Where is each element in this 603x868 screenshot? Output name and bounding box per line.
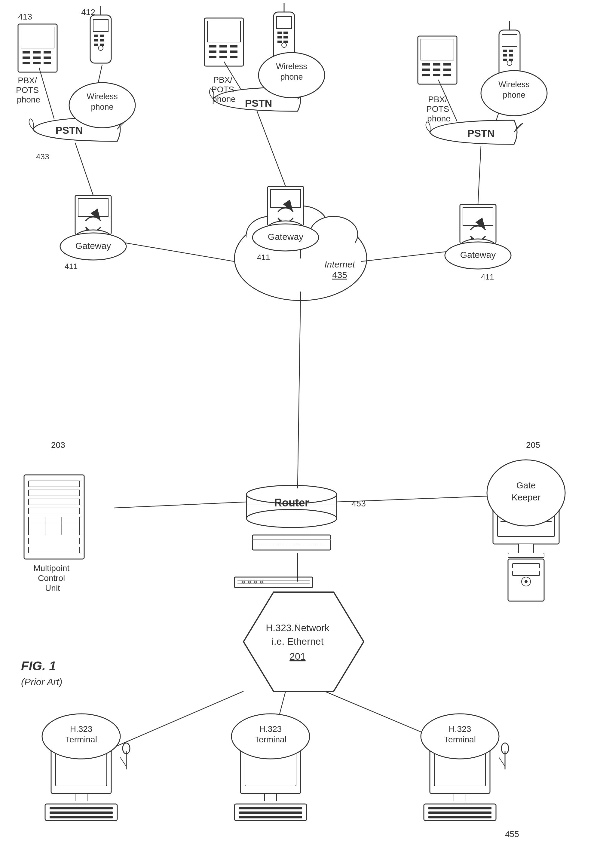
svg-rect-104: [508, 553, 544, 558]
svg-rect-16: [33, 62, 40, 64]
svg-rect-74: [271, 189, 301, 207]
svg-text:Router: Router: [274, 497, 309, 509]
svg-text:433: 433: [36, 152, 49, 161]
svg-text:435: 435: [332, 270, 347, 280]
svg-text:(Prior Art): (Prior Art): [21, 676, 62, 687]
svg-text:411: 411: [481, 272, 494, 281]
svg-rect-90: [29, 499, 80, 505]
svg-rect-36: [209, 56, 216, 58]
svg-rect-61: [502, 35, 517, 46]
svg-rect-14: [43, 57, 51, 59]
svg-rect-65: [509, 49, 513, 52]
svg-rect-144: [428, 816, 492, 819]
svg-text:PBX/
    POTS
    phone: PBX/ POTS phone: [426, 95, 451, 123]
svg-rect-13: [33, 57, 40, 59]
svg-rect-23: [100, 35, 104, 37]
svg-rect-123: [49, 811, 113, 814]
svg-rect-11: [43, 51, 51, 54]
svg-point-115: [254, 581, 257, 583]
svg-rect-124: [49, 816, 113, 819]
svg-text:PSTN: PSTN: [245, 97, 272, 109]
svg-text:203: 203: [51, 440, 65, 449]
svg-rect-12: [23, 57, 30, 59]
svg-point-81: [246, 510, 337, 527]
svg-rect-8: [21, 27, 54, 48]
svg-rect-24: [94, 39, 98, 42]
svg-text:453: 453: [352, 499, 366, 508]
svg-point-114: [248, 581, 251, 583]
svg-rect-84: [252, 535, 331, 550]
svg-rect-92: [29, 517, 80, 535]
svg-text:phone: phone: [502, 91, 525, 99]
svg-rect-30: [209, 45, 216, 48]
svg-rect-89: [29, 490, 80, 496]
svg-text:H.323: H.323: [70, 724, 93, 734]
svg-rect-10: [33, 51, 40, 54]
svg-rect-29: [207, 21, 240, 42]
svg-rect-15: [23, 62, 30, 64]
svg-rect-122: [49, 807, 113, 809]
svg-rect-77: [463, 207, 493, 225]
svg-rect-50: [421, 39, 454, 60]
svg-text:PBX/
    POTS
    phone: PBX/ POTS phone: [16, 76, 41, 104]
svg-rect-53: [444, 63, 451, 65]
svg-rect-44: [283, 32, 288, 34]
svg-text:phone: phone: [91, 102, 113, 111]
svg-rect-33: [209, 51, 216, 53]
svg-rect-68: [503, 59, 507, 61]
svg-rect-133: [239, 811, 302, 814]
svg-text:Gate: Gate: [516, 480, 536, 490]
svg-text:411: 411: [65, 262, 77, 271]
svg-rect-32: [230, 45, 238, 48]
svg-rect-91: [29, 508, 80, 514]
svg-rect-56: [444, 68, 451, 71]
svg-rect-9: [23, 51, 30, 54]
svg-rect-103: [518, 544, 533, 553]
svg-rect-140: [454, 794, 466, 801]
svg-rect-22: [94, 35, 98, 37]
svg-rect-47: [277, 40, 281, 43]
svg-text:Terminal: Terminal: [65, 735, 97, 744]
svg-rect-64: [503, 49, 507, 52]
svg-rect-107: [513, 571, 540, 576]
svg-text:H.323: H.323: [260, 724, 282, 734]
svg-rect-69: [509, 59, 513, 61]
svg-rect-27: [100, 43, 104, 46]
svg-text:PSTN: PSTN: [56, 124, 83, 136]
svg-point-116: [260, 581, 263, 583]
svg-rect-142: [428, 807, 492, 809]
svg-text:201: 201: [289, 651, 305, 662]
svg-rect-52: [433, 63, 441, 65]
svg-text:PBX/
    POTS
    phone: PBX/ POTS phone: [211, 75, 237, 104]
svg-text:Keeper: Keeper: [512, 492, 541, 502]
svg-rect-71: [78, 198, 108, 216]
svg-rect-55: [433, 68, 441, 71]
svg-text:Wireless: Wireless: [87, 92, 118, 101]
svg-rect-17: [43, 62, 51, 64]
svg-rect-67: [509, 54, 513, 57]
svg-rect-130: [264, 794, 277, 801]
svg-text:Gateway: Gateway: [268, 232, 303, 242]
svg-text:H.323: H.323: [449, 724, 472, 734]
svg-text:Terminal: Terminal: [255, 735, 286, 744]
svg-rect-106: [513, 564, 540, 568]
svg-text:455: 455: [505, 829, 519, 839]
svg-rect-48: [283, 40, 288, 43]
svg-rect-45: [277, 36, 281, 39]
svg-text:FIG. 1: FIG. 1: [21, 659, 56, 673]
svg-rect-120: [75, 794, 87, 801]
svg-rect-35: [230, 51, 238, 53]
svg-text:Wireless: Wireless: [276, 62, 307, 71]
svg-rect-37: [220, 56, 227, 58]
svg-point-113: [242, 581, 245, 583]
svg-rect-88: [29, 481, 80, 487]
svg-rect-25: [100, 39, 104, 42]
svg-text:i.e. Ethernet: i.e. Ethernet: [272, 636, 324, 647]
svg-rect-96: [29, 538, 80, 544]
svg-point-109: [524, 580, 527, 583]
svg-rect-38: [230, 56, 238, 58]
svg-text:411: 411: [257, 253, 270, 262]
svg-text:phone: phone: [280, 73, 303, 82]
svg-rect-143: [428, 811, 492, 814]
svg-rect-58: [433, 74, 441, 76]
